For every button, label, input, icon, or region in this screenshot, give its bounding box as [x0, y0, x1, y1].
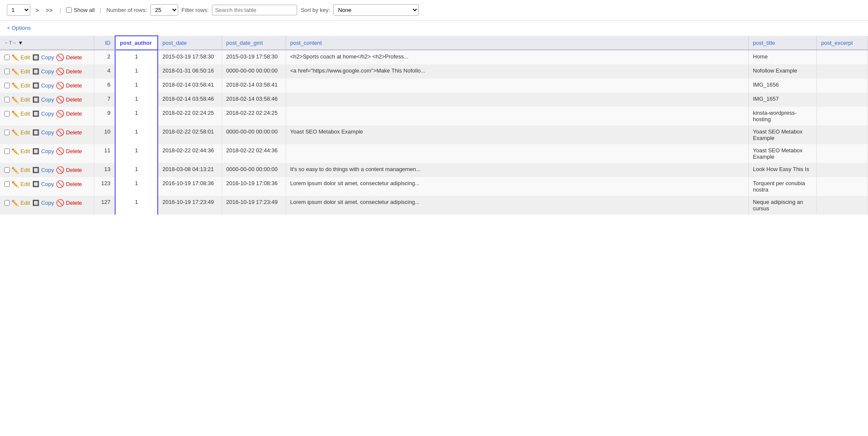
table-container: ←T→ ▼ ID post_author post_date post_date… [0, 35, 868, 215]
col-header-post-date[interactable]: post_date [158, 36, 222, 50]
show-all-checkbox[interactable] [66, 7, 72, 13]
options-link[interactable]: + Options [7, 23, 31, 33]
col-header-post-author[interactable]: post_author [115, 36, 158, 50]
cell-post-excerpt [817, 50, 868, 64]
copy-link[interactable]: Copy [41, 148, 54, 154]
copy-link[interactable]: Copy [41, 129, 54, 136]
table-row: ✏️ Edit 🔲 Copy 🚫 Delete 912018-02-22 02:… [0, 107, 868, 125]
page-select[interactable]: 1 [7, 4, 30, 16]
copy-link[interactable]: Copy [41, 96, 54, 103]
sort-select[interactable]: None [333, 4, 419, 16]
col-post-author-link[interactable]: post_author [120, 40, 152, 46]
edit-link[interactable]: Edit [20, 148, 30, 154]
search-input[interactable] [212, 5, 297, 15]
col-post-date-gmt-link[interactable]: post_date_gmt [226, 40, 263, 46]
edit-icon: ✏️ [12, 68, 19, 75]
copy-link[interactable]: Copy [41, 82, 54, 89]
cell-post-author: 1 [115, 64, 158, 78]
sort-dropdown-icon[interactable]: ▼ [18, 40, 23, 46]
delete-link[interactable]: Delete [66, 167, 82, 173]
row-checkbox[interactable] [4, 69, 10, 74]
edit-link[interactable]: Edit [20, 200, 30, 206]
cell-post-excerpt [817, 64, 868, 78]
cell-post-date: 2016-10-19 17:08:36 [158, 177, 222, 196]
separator-1: | [60, 7, 61, 13]
edit-link[interactable]: Edit [20, 82, 30, 89]
delete-link[interactable]: Delete [66, 129, 82, 136]
rows-select[interactable]: 25 50 100 [150, 4, 178, 16]
table-body: ✏️ Edit 🔲 Copy 🚫 Delete 212015-03-19 17:… [0, 50, 868, 215]
delete-link[interactable]: Delete [66, 82, 82, 89]
row-checkbox[interactable] [4, 83, 10, 88]
cell-post-content [286, 144, 749, 163]
nav-next-button[interactable]: > [34, 6, 41, 15]
copy-link[interactable]: Copy [41, 167, 54, 173]
cell-post-excerpt [817, 93, 868, 107]
delete-link[interactable]: Delete [66, 110, 82, 117]
col-post-date-link[interactable]: post_date [162, 40, 187, 46]
actions-cell: ✏️ Edit 🔲 Copy 🚫 Delete [0, 50, 94, 64]
delete-link[interactable]: Delete [66, 96, 82, 103]
cell-post-title: Home [749, 50, 817, 64]
edit-link[interactable]: Edit [20, 129, 30, 136]
cell-post-date-gmt: 2015-03-19 17:58:30 [222, 50, 286, 64]
actions-cell: ✏️ Edit 🔲 Copy 🚫 Delete [0, 177, 94, 196]
nav-last-button[interactable]: >> [44, 6, 54, 15]
resize-arrows[interactable]: ←T→ [4, 40, 17, 45]
cell-post-date-gmt: 2016-10-19 17:23:49 [222, 196, 286, 215]
copy-link[interactable]: Copy [41, 110, 54, 117]
col-post-content-link[interactable]: post_content [290, 40, 322, 46]
col-post-excerpt-link[interactable]: post_excerpt [821, 40, 853, 46]
edit-link[interactable]: Edit [20, 181, 30, 187]
cell-post-author: 1 [115, 78, 158, 93]
col-header-post-date-gmt[interactable]: post_date_gmt [222, 36, 286, 50]
cell-post-date: 2018-02-22 02:44:36 [158, 144, 222, 163]
delete-icon: 🚫 [56, 53, 64, 61]
actions-cell: ✏️ Edit 🔲 Copy 🚫 Delete [0, 144, 94, 163]
col-header-post-title[interactable]: post_title [749, 36, 817, 50]
table-row: ✏️ Edit 🔲 Copy 🚫 Delete 212015-03-19 17:… [0, 50, 868, 64]
delete-icon: 🚫 [56, 110, 64, 118]
row-checkbox[interactable] [4, 130, 10, 135]
delete-link[interactable]: Delete [66, 68, 82, 75]
edit-link[interactable]: Edit [20, 96, 30, 103]
edit-link[interactable]: Edit [20, 68, 30, 75]
delete-icon: 🚫 [56, 166, 64, 174]
row-checkbox[interactable] [4, 111, 10, 116]
copy-link[interactable]: Copy [41, 54, 54, 61]
row-checkbox[interactable] [4, 148, 10, 154]
copy-link[interactable]: Copy [41, 181, 54, 187]
show-all-text: Show all [74, 7, 95, 13]
delete-link[interactable]: Delete [66, 54, 82, 61]
row-checkbox[interactable] [4, 97, 10, 102]
col-header-id[interactable]: ID [94, 36, 115, 50]
row-checkbox[interactable] [4, 55, 10, 60]
col-header-post-content[interactable]: post_content [286, 36, 749, 50]
cell-post-date: 2018-02-14 03:58:41 [158, 78, 222, 93]
cell-post-author: 1 [115, 93, 158, 107]
cell-id: 7 [94, 93, 115, 107]
col-header-post-excerpt[interactable]: post_excerpt [817, 36, 868, 50]
row-checkbox[interactable] [4, 181, 10, 187]
edit-link[interactable]: Edit [20, 167, 30, 173]
edit-link[interactable]: Edit [20, 110, 30, 117]
table-row: ✏️ Edit 🔲 Copy 🚫 Delete 712018-02-14 03:… [0, 93, 868, 107]
cell-post-title: Yoast SEO Metabox Example [749, 144, 817, 163]
edit-link[interactable]: Edit [20, 54, 30, 61]
row-checkbox[interactable] [4, 200, 10, 206]
copy-link[interactable]: Copy [41, 68, 54, 75]
cell-post-date: 2018-03-08 04:13:21 [158, 163, 222, 177]
col-id-link[interactable]: ID [105, 40, 110, 46]
delete-link[interactable]: Delete [66, 148, 82, 154]
cell-post-title: Look How Easy This Is [749, 163, 817, 177]
col-post-title-link[interactable]: post_title [753, 40, 775, 46]
delete-link[interactable]: Delete [66, 181, 82, 187]
cell-post-author: 1 [115, 177, 158, 196]
row-checkbox[interactable] [4, 167, 10, 173]
show-all-label[interactable]: Show all [66, 7, 95, 13]
actions-cell: ✏️ Edit 🔲 Copy 🚫 Delete [0, 107, 94, 125]
edit-icon: ✏️ [12, 129, 19, 136]
delete-link[interactable]: Delete [66, 200, 82, 206]
cell-post-date-gmt: 2018-02-14 03:58:46 [222, 93, 286, 107]
copy-link[interactable]: Copy [41, 200, 54, 206]
